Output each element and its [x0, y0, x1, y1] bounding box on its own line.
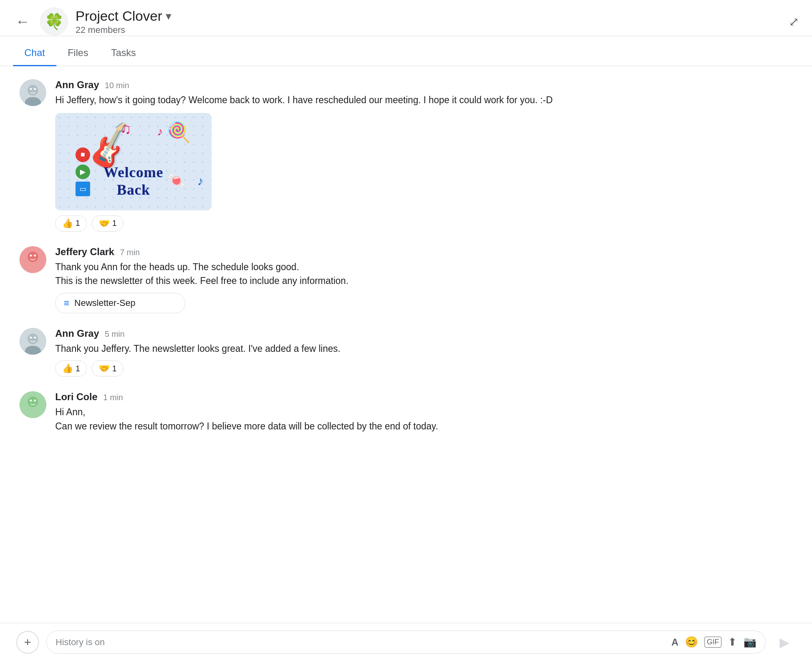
project-info: Project Clover ▾ 22 members [76, 8, 171, 35]
project-icon: 🍀 [40, 7, 68, 36]
file-name-label: Newsletter-Sep [74, 298, 135, 308]
header-left: ← 🍀 Project Clover ▾ 22 members [13, 7, 789, 36]
reaction-handshake-3[interactable]: 🤝 1 [92, 360, 123, 377]
ann-avatar-img-3 [19, 328, 46, 355]
message-1: Ann Gray 10 min Hi Jeffery, how's it goi… [19, 79, 793, 232]
msg-text-2: Thank you Ann for the heads up. The sche… [55, 260, 793, 288]
time-lori: 1 min [103, 393, 123, 402]
thumbsup-emoji: 👍 [62, 218, 73, 229]
svg-point-18 [30, 400, 32, 402]
ann-avatar-img [19, 79, 46, 106]
avatar-lori [19, 391, 46, 418]
message-input-area[interactable]: History is on A 😊 GIF ⬆ 📷 [46, 631, 766, 654]
msg-body-3: Ann Gray 5 min Thank you Jeffery. The ne… [55, 328, 793, 377]
message-4: Lori Cole 1 min Hi Ann,Can we review the… [19, 391, 793, 433]
wb-note1-icon: ♫ [120, 120, 131, 137]
sender-lori: Lori Cole [55, 391, 97, 403]
message-2: Jeffery Clark 7 min Thank you Ann for th… [19, 246, 793, 313]
msg-header-2: Jeffery Clark 7 min [55, 246, 793, 258]
svg-point-19 [34, 400, 36, 402]
video-icon[interactable]: 📷 [743, 636, 756, 648]
handshake-emoji-1: 🤝 [99, 218, 110, 229]
svg-point-16 [28, 397, 38, 407]
add-button[interactable]: + [16, 631, 39, 654]
svg-point-6 [28, 251, 38, 262]
msg-text-1: Hi Jeffery, how's it going today? Welcom… [55, 93, 793, 107]
sender-ann-1: Ann Gray [55, 79, 99, 91]
msg-header-3: Ann Gray 5 min [55, 328, 793, 339]
time-jeffery: 7 min [120, 248, 140, 257]
thumbsup-emoji-3: 👍 [62, 363, 73, 374]
tab-chat[interactable]: Chat [13, 41, 56, 66]
handshake-count-1: 1 [112, 219, 117, 228]
wb-play-icon: ▶ [76, 165, 90, 179]
wb-candy1-icon: 🍭 [167, 121, 191, 144]
wb-stop-icon: ■ [76, 147, 90, 162]
header: ← 🍀 Project Clover ▾ 22 members ⤢ [0, 0, 812, 36]
msg-header-4: Lori Cole 1 min [55, 391, 793, 403]
wb-candy2-icon: 🍬 [167, 171, 187, 190]
format-text-icon[interactable]: A [672, 637, 678, 648]
upload-icon[interactable]: ⬆ [728, 636, 737, 648]
sender-ann-3: Ann Gray [55, 328, 99, 339]
msg-text-3: Thank you Jeffery. The newsletter looks … [55, 342, 793, 356]
lori-avatar-img [19, 391, 46, 418]
sender-jeffery: Jeffery Clark [55, 246, 114, 258]
file-attachment[interactable]: ≡ Newsletter-Sep [55, 293, 185, 313]
project-name-label: Project Clover [76, 8, 162, 24]
avatar-ann-3 [19, 328, 46, 355]
tab-tasks[interactable]: Tasks [99, 41, 147, 66]
time-ann-1: 10 min [105, 81, 129, 90]
chat-area: Ann Gray 10 min Hi Jeffery, how's it goi… [0, 66, 812, 622]
msg-header-1: Ann Gray 10 min [55, 79, 793, 91]
jeffery-avatar-img [19, 246, 46, 273]
reaction-thumbsup-1[interactable]: 👍 1 [55, 215, 87, 232]
reactions-3: 👍 1 🤝 1 [55, 360, 793, 377]
tabs: Chat Files Tasks [0, 41, 812, 66]
svg-point-1 [28, 85, 38, 95]
thumbsup-count-3: 1 [76, 364, 80, 373]
reaction-thumbsup-3[interactable]: 👍 1 [55, 360, 87, 377]
message-3: Ann Gray 5 min Thank you Jeffery. The ne… [19, 328, 793, 377]
project-members-label: 22 members [76, 25, 171, 35]
send-icon: ▶ [780, 635, 790, 650]
wb-welcome-text: WelcomeBack [104, 164, 163, 199]
svg-point-3 [30, 88, 32, 90]
msg-text-4: Hi Ann,Can we review the result tomorrow… [55, 405, 793, 433]
wb-note2-icon: ♪ [157, 125, 163, 138]
project-title: Project Clover ▾ [76, 8, 171, 24]
header-right: ⤢ [789, 15, 799, 29]
msg-body-2: Jeffery Clark 7 min Thank you Ann for th… [55, 246, 793, 313]
handshake-count-3: 1 [112, 364, 117, 373]
avatar-jeffery [19, 246, 46, 273]
wb-rect-icon: ▭ [76, 182, 90, 196]
wb-note3-icon: ♪ [197, 174, 203, 188]
input-icons: A 😊 GIF ⬆ 📷 [672, 636, 756, 648]
svg-point-4 [34, 88, 36, 90]
file-doc-icon: ≡ [64, 297, 69, 309]
thumbsup-count-1: 1 [76, 219, 80, 228]
reactions-1: 👍 1 🤝 1 [55, 215, 793, 232]
welcome-back-sticker: 🎸 🍭 🍬 ♫ ♪ ♪ ■ ▶ ▭ WelcomeBack [55, 113, 212, 210]
svg-point-14 [34, 336, 36, 338]
wb-play-icons: ■ ▶ ▭ [76, 147, 90, 196]
back-button[interactable]: ← [13, 12, 32, 31]
msg-body-1: Ann Gray 10 min Hi Jeffery, how's it goi… [55, 79, 793, 232]
gif-icon[interactable]: GIF [704, 637, 721, 648]
tab-files[interactable]: Files [56, 41, 100, 66]
avatar-ann-1 [19, 79, 46, 106]
input-placeholder-text: History is on [56, 637, 667, 648]
time-ann-3: 5 min [105, 329, 125, 339]
handshake-emoji-3: 🤝 [99, 363, 110, 374]
reaction-handshake-1[interactable]: 🤝 1 [92, 215, 123, 232]
dropdown-icon[interactable]: ▾ [166, 9, 171, 23]
expand-button[interactable]: ⤢ [789, 15, 799, 29]
svg-point-9 [34, 254, 36, 256]
svg-point-8 [30, 254, 32, 256]
svg-point-11 [28, 334, 38, 344]
bottom-bar: + History is on A 😊 GIF ⬆ 📷 ▶ [0, 623, 812, 661]
svg-point-13 [30, 336, 32, 338]
msg-body-4: Lori Cole 1 min Hi Ann,Can we review the… [55, 391, 793, 433]
emoji-icon[interactable]: 😊 [685, 636, 698, 648]
send-button[interactable]: ▶ [773, 631, 796, 654]
